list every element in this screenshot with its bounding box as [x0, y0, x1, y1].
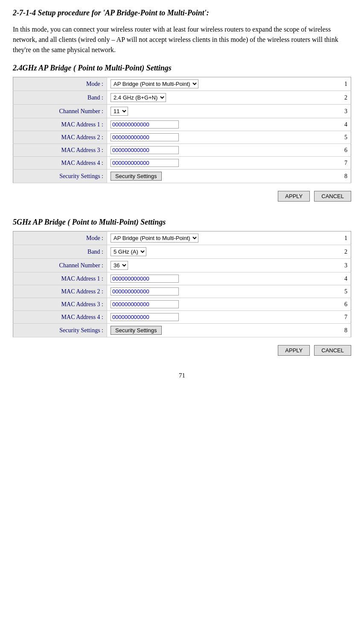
mac2-4-label: MAC Address 4 :: [13, 311, 107, 324]
form2-cancel-button[interactable]: CANCEL: [314, 345, 351, 356]
row-num-8: 8: [338, 170, 351, 183]
table-row: MAC Address 1 : 4: [13, 272, 351, 285]
mac4-input[interactable]: [111, 159, 179, 167]
mac2-4-input[interactable]: [111, 313, 179, 321]
row2-num-5: 5: [338, 285, 351, 298]
form2-button-row: APPLY CANCEL: [13, 342, 351, 359]
row2-num-7: 7: [338, 311, 351, 324]
mac1-label: MAC Address 1 :: [13, 118, 107, 131]
row-num-1: 1: [338, 77, 351, 91]
band-label: Band :: [13, 91, 107, 105]
mac2-1-label: MAC Address 1 :: [13, 272, 107, 285]
channel-label: Channel Number :: [13, 105, 107, 118]
channel-select[interactable]: 11: [111, 107, 128, 116]
table-row: Band : 5 GHz (A) 2: [13, 245, 351, 259]
security2-label: Security Settings :: [13, 324, 107, 337]
band2-label: Band :: [13, 245, 107, 259]
form1-cancel-button[interactable]: CANCEL: [314, 191, 351, 202]
form1-button-row: APPLY CANCEL: [13, 187, 351, 205]
mac2-value-cell: [107, 131, 338, 144]
security-settings-button[interactable]: Security Settings: [111, 172, 162, 181]
channel2-value-cell: 36: [107, 259, 338, 272]
mac2-4-value-cell: [107, 311, 338, 324]
security-label: Security Settings :: [13, 170, 107, 183]
row2-num-1: 1: [338, 231, 351, 245]
form1-apply-button[interactable]: APPLY: [278, 191, 310, 202]
band2-value-cell: 5 GHz (A): [107, 245, 338, 259]
table-row: MAC Address 1 : 4: [13, 118, 351, 131]
mac2-3-label: MAC Address 3 :: [13, 298, 107, 311]
form2-apply-button[interactable]: APPLY: [278, 345, 310, 356]
mode-value-cell: AP Bridge (Point to Multi-Point): [107, 77, 338, 91]
table-row: MAC Address 2 : 5: [13, 131, 351, 144]
mode2-value-cell: AP Bridge (Point to Multi-Point): [107, 231, 338, 245]
mac2-1-value-cell: [107, 272, 338, 285]
mac2-1-input[interactable]: [111, 275, 179, 283]
page-title: 2-7-1-4 Setup procedure for 'AP Bridge-P…: [13, 9, 351, 18]
table-row: Mode : AP Bridge (Point to Multi-Point) …: [13, 231, 351, 245]
mac1-input[interactable]: [111, 120, 179, 129]
mac3-input[interactable]: [111, 146, 179, 154]
table-row: Security Settings : Security Settings 8: [13, 170, 351, 183]
mac2-3-value-cell: [107, 298, 338, 311]
table-row: Mode : AP Bridge (Point to Multi-Point) …: [13, 77, 351, 91]
mode-label: Mode :: [13, 77, 107, 91]
band2-select[interactable]: 5 GHz (A): [111, 247, 146, 256]
table-row: MAC Address 4 : 7: [13, 157, 351, 170]
page-number: 71: [13, 372, 351, 379]
row-num-5: 5: [338, 131, 351, 144]
row-num-4: 4: [338, 118, 351, 131]
channel-value-cell: 11: [107, 105, 338, 118]
mode2-select[interactable]: AP Bridge (Point to Multi-Point): [111, 234, 198, 243]
table-row: MAC Address 2 : 5: [13, 285, 351, 298]
mac2-3-input[interactable]: [111, 300, 179, 308]
channel2-label: Channel Number :: [13, 259, 107, 272]
row-num-2: 2: [338, 91, 351, 105]
security2-settings-button[interactable]: Security Settings: [111, 326, 162, 335]
table-row: MAC Address 3 : 6: [13, 298, 351, 311]
mac2-2-input[interactable]: [111, 287, 179, 296]
intro-text: In this mode, you can connect your wirel…: [13, 24, 351, 55]
table-row: Channel Number : 11 3: [13, 105, 351, 118]
mac1-value-cell: [107, 118, 338, 131]
row-num-7: 7: [338, 157, 351, 170]
table-row: Security Settings : Security Settings 8: [13, 324, 351, 337]
row2-num-3: 3: [338, 259, 351, 272]
mac2-2-label: MAC Address 2 :: [13, 285, 107, 298]
section1-title: 2.4GHz AP Bridge ( Point to Multi-Point)…: [13, 64, 351, 73]
mode2-label: Mode :: [13, 231, 107, 245]
row2-num-8: 8: [338, 324, 351, 337]
table-row: Band : 2.4 GHz (B+G+N) 2: [13, 91, 351, 105]
table-row: MAC Address 4 : 7: [13, 311, 351, 324]
row2-num-4: 4: [338, 272, 351, 285]
section2-title: 5GHz AP Bridge ( Point to Multi-Point) S…: [13, 218, 351, 227]
mac3-label: MAC Address 3 :: [13, 144, 107, 157]
table-row: MAC Address 3 : 6: [13, 144, 351, 157]
mac3-value-cell: [107, 144, 338, 157]
band-value-cell: 2.4 GHz (B+G+N): [107, 91, 338, 105]
row-num-6: 6: [338, 144, 351, 157]
band-select[interactable]: 2.4 GHz (B+G+N): [111, 93, 166, 102]
row2-num-6: 6: [338, 298, 351, 311]
security-value-cell: Security Settings: [107, 170, 338, 183]
mac2-2-value-cell: [107, 285, 338, 298]
channel2-select[interactable]: 36: [111, 261, 128, 270]
security2-value-cell: Security Settings: [107, 324, 338, 337]
mac2-label: MAC Address 2 :: [13, 131, 107, 144]
mac2-input[interactable]: [111, 133, 179, 141]
table-row: Channel Number : 36 3: [13, 259, 351, 272]
mode-select[interactable]: AP Bridge (Point to Multi-Point): [111, 79, 198, 88]
mac4-value-cell: [107, 157, 338, 170]
form2-table: Mode : AP Bridge (Point to Multi-Point) …: [13, 231, 351, 337]
row2-num-2: 2: [338, 245, 351, 259]
mac4-label: MAC Address 4 :: [13, 157, 107, 170]
row-num-3: 3: [338, 105, 351, 118]
form1-table: Mode : AP Bridge (Point to Multi-Point) …: [13, 77, 351, 183]
